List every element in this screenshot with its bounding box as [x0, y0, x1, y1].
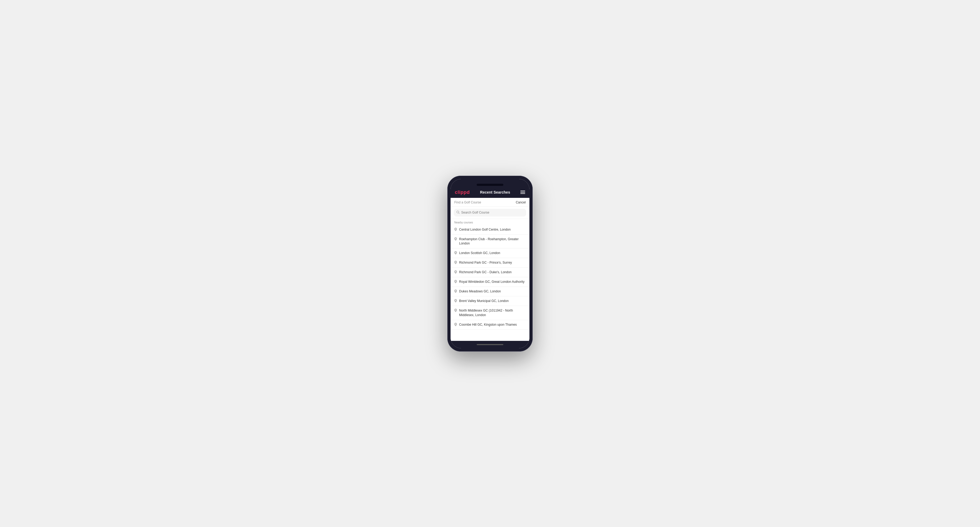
location-pin-icon [454, 270, 457, 275]
list-item[interactable]: North Middlesex GC (1011942 - North Midd… [450, 306, 530, 320]
course-name: North Middlesex GC (1011942 - North Midd… [459, 308, 526, 317]
search-container [450, 206, 530, 219]
search-icon [457, 211, 460, 214]
list-item[interactable]: Brent Valley Municipal GC, London [450, 296, 530, 306]
list-item[interactable]: Royal Wimbledon GC, Great London Authori… [450, 277, 530, 287]
course-name: London Scottish GC, London [459, 251, 500, 256]
list-item[interactable]: Roehampton Club - Roehampton, Greater Lo… [450, 235, 530, 249]
nearby-label: Nearby courses [450, 219, 530, 225]
app-logo: clippd [455, 190, 470, 195]
svg-line-1 [458, 213, 459, 214]
location-pin-icon [454, 251, 457, 256]
list-item[interactable]: London Scottish GC, London [450, 248, 530, 258]
course-name: Brent Valley Municipal GC, London [459, 299, 509, 303]
app-header: clippd Recent Searches [450, 187, 530, 198]
location-pin-icon [454, 228, 457, 232]
course-name: Richmond Park GC - Duke's, London [459, 270, 512, 275]
list-item[interactable]: Coombe Hill GC, Kingston upon Thames [450, 320, 530, 330]
search-input[interactable] [461, 211, 523, 214]
course-name: Roehampton Club - Roehampton, Greater Lo… [459, 237, 526, 246]
course-name: Dukes Meadows GC, London [459, 289, 501, 294]
course-name: Royal Wimbledon GC, Great London Authori… [459, 279, 524, 284]
location-pin-icon [454, 289, 457, 294]
header-title: Recent Searches [480, 190, 510, 194]
nearby-courses-section: Nearby courses Central London Golf Centr… [450, 219, 530, 341]
content-area: Find a Golf Course Cancel Nearby [450, 198, 530, 341]
course-name: Central London Golf Centre, London [459, 227, 511, 232]
list-item[interactable]: Richmond Park GC - Duke's, London [450, 268, 530, 277]
location-pin-icon [454, 280, 457, 284]
notch-pill [477, 184, 503, 186]
location-pin-icon [454, 261, 457, 265]
course-name: Coombe Hill GC, Kingston upon Thames [459, 322, 517, 327]
home-indicator [450, 341, 530, 348]
find-bar: Find a Golf Course Cancel [450, 198, 530, 206]
cancel-button[interactable]: Cancel [516, 200, 526, 204]
menu-icon[interactable] [520, 190, 525, 194]
list-item[interactable]: Central London Golf Centre, London [450, 225, 530, 235]
search-input-wrapper [454, 209, 526, 216]
course-name: Richmond Park GC - Prince's, Surrey [459, 260, 512, 265]
home-bar [477, 344, 503, 345]
location-pin-icon [454, 309, 457, 313]
list-item[interactable]: Richmond Park GC - Prince's, Surrey [450, 258, 530, 268]
phone-screen: clippd Recent Searches Find a Golf Cours… [450, 179, 530, 348]
phone-device: clippd Recent Searches Find a Golf Cours… [447, 176, 533, 351]
location-pin-icon [454, 323, 457, 327]
list-item[interactable]: Dukes Meadows GC, London [450, 287, 530, 296]
location-pin-icon [454, 299, 457, 303]
location-pin-icon [454, 237, 457, 241]
find-label: Find a Golf Course [454, 200, 481, 204]
phone-notch [450, 179, 530, 187]
